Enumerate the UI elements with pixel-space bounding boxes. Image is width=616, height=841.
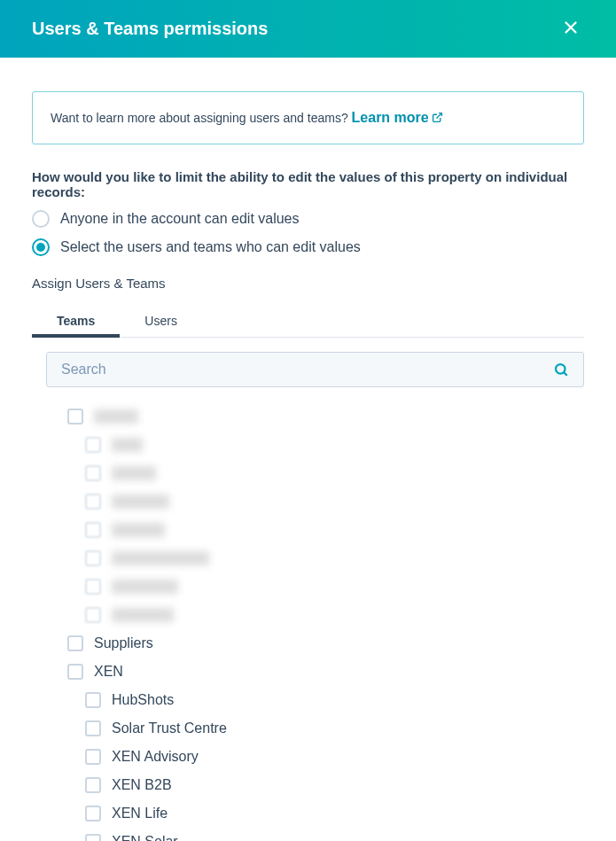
tab-teams[interactable]: Teams bbox=[32, 305, 120, 337]
close-icon bbox=[561, 18, 581, 40]
team-row-solar-trust[interactable]: Solar Trust Centre bbox=[85, 720, 584, 736]
redacted-label bbox=[112, 608, 174, 622]
team-row-xen-life[interactable]: XEN Life bbox=[85, 806, 584, 822]
team-row-redacted[interactable] bbox=[85, 437, 584, 453]
checkbox-icon[interactable] bbox=[67, 664, 83, 680]
team-label: XEN Life bbox=[112, 806, 168, 822]
search-icon bbox=[553, 362, 569, 378]
checkbox-icon[interactable] bbox=[85, 720, 101, 736]
radio-circle-icon bbox=[32, 238, 50, 256]
learn-more-link[interactable]: Learn more bbox=[352, 110, 443, 125]
checkbox-icon[interactable] bbox=[85, 465, 101, 481]
redacted-label bbox=[112, 466, 156, 480]
checkbox-icon[interactable] bbox=[85, 749, 101, 765]
radio-circle-icon bbox=[32, 210, 50, 228]
checkbox-icon[interactable] bbox=[85, 579, 101, 595]
team-row-redacted[interactable] bbox=[85, 607, 584, 623]
team-row-redacted[interactable] bbox=[67, 409, 584, 424]
checkbox-icon[interactable] bbox=[85, 550, 101, 566]
team-row-redacted[interactable] bbox=[85, 465, 584, 481]
checkbox-icon[interactable] bbox=[85, 522, 101, 538]
svg-line-4 bbox=[564, 372, 566, 375]
team-row-xen-b2b[interactable]: XEN B2B bbox=[85, 777, 584, 793]
team-row-suppliers[interactable]: Suppliers bbox=[67, 635, 584, 651]
checkbox-icon[interactable] bbox=[85, 437, 101, 453]
modal-content: Want to learn more about assigning users… bbox=[0, 58, 616, 841]
checkbox-icon[interactable] bbox=[85, 494, 101, 510]
search-box[interactable] bbox=[46, 352, 584, 387]
team-label: Solar Trust Centre bbox=[112, 720, 227, 736]
team-label: XEN B2B bbox=[112, 777, 172, 793]
modal-header: Users & Teams permissions bbox=[0, 0, 616, 58]
info-banner: Want to learn more about assigning users… bbox=[32, 91, 584, 144]
team-row-xen-advisory[interactable]: XEN Advisory bbox=[85, 749, 584, 765]
redacted-label bbox=[112, 580, 178, 594]
edit-limit-question: How would you like to limit the ability … bbox=[32, 169, 584, 199]
team-row-redacted[interactable] bbox=[85, 579, 584, 595]
team-label: XEN bbox=[94, 664, 123, 680]
radio-anyone-label: Anyone in the account can edit values bbox=[60, 211, 300, 227]
radio-select-users[interactable]: Select the users and teams who can edit … bbox=[32, 238, 584, 256]
checkbox-icon[interactable] bbox=[85, 806, 101, 822]
redacted-label bbox=[112, 523, 165, 537]
modal-title: Users & Teams permissions bbox=[32, 19, 268, 39]
tabs: Teams Users bbox=[32, 305, 584, 338]
close-button[interactable] bbox=[558, 14, 584, 43]
search-input[interactable] bbox=[61, 362, 553, 378]
team-row-xen[interactable]: XEN bbox=[67, 664, 584, 680]
external-link-icon bbox=[432, 112, 443, 123]
redacted-label bbox=[112, 551, 209, 565]
checkbox-icon[interactable] bbox=[85, 692, 101, 708]
radio-anyone[interactable]: Anyone in the account can edit values bbox=[32, 210, 584, 228]
team-row-redacted[interactable] bbox=[85, 494, 584, 510]
team-row-xen-solar[interactable]: XEN Solar bbox=[85, 834, 584, 841]
team-label: Suppliers bbox=[94, 635, 153, 651]
team-row-redacted[interactable] bbox=[85, 522, 584, 538]
checkbox-icon[interactable] bbox=[67, 409, 83, 424]
checkbox-icon[interactable] bbox=[67, 635, 83, 651]
checkbox-icon[interactable] bbox=[85, 777, 101, 793]
team-label: HubShots bbox=[112, 692, 174, 708]
radio-select-users-label: Select the users and teams who can edit … bbox=[60, 239, 361, 255]
svg-line-2 bbox=[436, 113, 441, 119]
checkbox-icon[interactable] bbox=[85, 834, 101, 841]
assign-section-label: Assign Users & Teams bbox=[32, 276, 584, 291]
team-tree: Suppliers XEN HubShots Solar Trust Centr… bbox=[32, 409, 584, 841]
tab-users[interactable]: Users bbox=[120, 305, 202, 337]
redacted-label bbox=[112, 494, 169, 509]
info-text: Want to learn more about assigning users… bbox=[51, 111, 352, 125]
team-label: XEN Solar bbox=[112, 834, 178, 841]
edit-permission-radio-group: Anyone in the account can edit values Se… bbox=[32, 210, 584, 256]
team-row-hubshots[interactable]: HubShots bbox=[85, 692, 584, 708]
team-label: XEN Advisory bbox=[112, 749, 199, 765]
redacted-label bbox=[94, 409, 138, 424]
checkbox-icon[interactable] bbox=[85, 607, 101, 623]
team-row-redacted[interactable] bbox=[85, 550, 584, 566]
redacted-label bbox=[112, 438, 143, 452]
svg-point-3 bbox=[556, 364, 565, 374]
